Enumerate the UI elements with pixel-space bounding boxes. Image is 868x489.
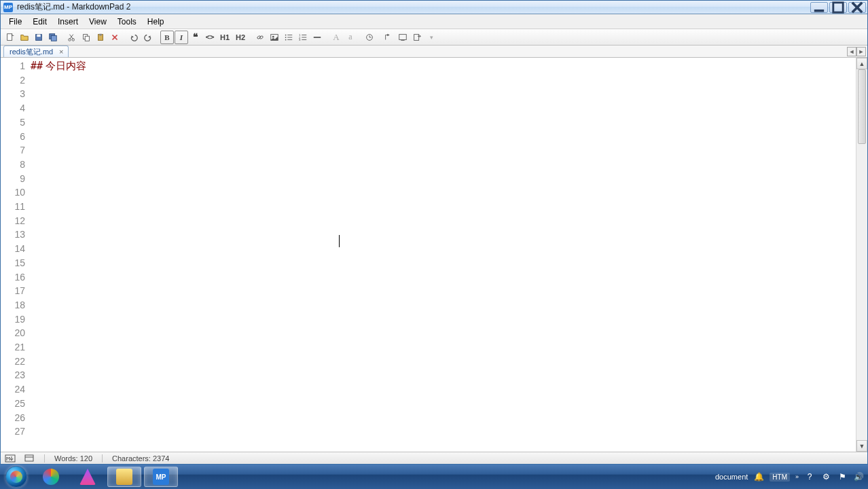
- menu-view[interactable]: View: [84, 16, 112, 28]
- more-button[interactable]: ▾: [424, 31, 438, 44]
- tray-settings-icon[interactable]: ⚙: [820, 471, 831, 482]
- taskbar-explorer[interactable]: [107, 467, 141, 487]
- document-tab[interactable]: redis笔记.md ×: [3, 46, 69, 57]
- h1-button[interactable]: H1: [217, 31, 232, 44]
- line-number: 12: [1, 214, 25, 228]
- markdown-heading-marker: ##: [31, 60, 43, 72]
- menu-file[interactable]: File: [3, 16, 27, 28]
- svg-point-27: [285, 39, 287, 40]
- line-number: 22: [1, 355, 25, 369]
- svg-rect-41: [414, 34, 419, 40]
- vertical-scrollbar[interactable]: ▲ ▼: [856, 58, 867, 452]
- tab-prev-button[interactable]: ◄: [847, 47, 856, 56]
- delete-button[interactable]: [108, 31, 122, 44]
- scroll-down-button[interactable]: ▼: [856, 440, 867, 452]
- system-tray: document 🔔 HTM » ? ⚙ ⚑ 🔊: [715, 471, 868, 482]
- menu-help[interactable]: Help: [142, 16, 170, 28]
- markdown-mode-icon[interactable]: [5, 454, 16, 463]
- status-characters: Characters: 2374: [112, 454, 169, 463]
- tray-document-label: document: [715, 473, 748, 481]
- image-button[interactable]: [268, 31, 281, 44]
- paste-button[interactable]: [94, 31, 107, 44]
- line-number: 5: [1, 115, 25, 130]
- tray-expand-icon[interactable]: »: [795, 473, 799, 480]
- line-number: 10: [1, 185, 25, 200]
- unordered-list-button[interactable]: [282, 31, 295, 44]
- new-file-button[interactable]: [3, 31, 17, 44]
- lowercase-button[interactable]: a: [344, 31, 357, 44]
- h2-button[interactable]: H2: [233, 31, 248, 44]
- save-button[interactable]: [32, 31, 46, 44]
- save-all-button[interactable]: [46, 31, 60, 44]
- ordered-list-button[interactable]: 123: [296, 31, 310, 44]
- titlebar: MP redis笔记.md - MarkdownPad 2: [1, 1, 867, 14]
- line-number: 1: [1, 59, 25, 73]
- line-number: 9: [1, 172, 25, 186]
- line-number: 13: [1, 228, 25, 242]
- svg-rect-6: [37, 34, 40, 37]
- quote-button[interactable]: ❝: [189, 31, 202, 44]
- tray-help-icon[interactable]: ?: [804, 471, 815, 482]
- tab-nav: ◄ ►: [847, 47, 866, 56]
- bold-button[interactable]: B: [160, 31, 174, 44]
- line-number: 3: [1, 87, 25, 101]
- line-number: 20: [1, 326, 25, 340]
- uppercase-button[interactable]: A: [329, 31, 343, 44]
- line-number: 11: [1, 200, 25, 214]
- scroll-track[interactable]: [856, 69, 867, 440]
- svg-rect-14: [85, 36, 89, 41]
- tray-volume-icon[interactable]: 🔊: [853, 471, 864, 482]
- menu-insert[interactable]: Insert: [52, 16, 84, 28]
- status-words: Words: 120: [54, 454, 92, 463]
- tab-next-button[interactable]: ►: [856, 47, 866, 56]
- line-number: 19: [1, 312, 25, 327]
- line-number-gutter: 1 2 3 4 5 6 7 8 9 10 11 12 13 14 15 16 1…: [1, 58, 28, 452]
- close-button[interactable]: [848, 2, 866, 13]
- tray-notification-icon[interactable]: 🔔: [753, 471, 764, 482]
- redo-button[interactable]: [141, 31, 155, 44]
- line-number: 25: [1, 397, 25, 411]
- copy-button[interactable]: [79, 31, 93, 44]
- hr-button[interactable]: [310, 31, 324, 44]
- app-icon: MP: [3, 3, 13, 12]
- tab-label: redis笔记.md: [10, 47, 53, 57]
- tab-close-button[interactable]: ×: [57, 48, 65, 56]
- code-button[interactable]: <>: [203, 31, 217, 44]
- scroll-thumb[interactable]: [858, 69, 866, 144]
- app-window: MP redis笔记.md - MarkdownPad 2 File Edit …: [0, 0, 868, 465]
- export-button[interactable]: [410, 31, 424, 44]
- link-button[interactable]: [253, 31, 267, 44]
- preview-mode-icon[interactable]: [24, 454, 35, 463]
- line-number: 26: [1, 411, 25, 425]
- scroll-up-button[interactable]: ▲: [856, 58, 867, 69]
- minimize-button[interactable]: [810, 2, 828, 13]
- undo-button[interactable]: [127, 31, 141, 44]
- taskbar-markdownpad[interactable]: MP: [144, 467, 178, 487]
- taskbar-app-1[interactable]: [34, 467, 68, 487]
- line-number: 15: [1, 256, 25, 270]
- timestamp-button[interactable]: [363, 31, 376, 44]
- tray-action-center-icon[interactable]: ⚑: [837, 471, 848, 482]
- menu-tools[interactable]: Tools: [112, 16, 142, 28]
- preview-toggle-button[interactable]: [382, 31, 395, 44]
- italic-button[interactable]: I: [175, 31, 188, 44]
- text-editor[interactable]: ## 今日内容: [28, 58, 856, 452]
- line-number: 6: [1, 130, 25, 144]
- language-indicator[interactable]: HTM: [770, 473, 790, 482]
- editor-line: ## 今日内容: [31, 59, 856, 73]
- maximize-button[interactable]: [829, 2, 847, 13]
- taskbar: MP document 🔔 HTM » ? ⚙ ⚑ 🔊: [0, 465, 868, 489]
- open-file-button[interactable]: [18, 31, 31, 44]
- taskbar-app-2[interactable]: [71, 467, 105, 487]
- statusbar: Words: 120 Characters: 2374: [1, 452, 867, 464]
- cut-button[interactable]: [65, 31, 79, 44]
- menu-edit[interactable]: Edit: [27, 16, 52, 28]
- line-number: 16: [1, 270, 25, 285]
- line-number: 21: [1, 340, 25, 355]
- tabstrip: redis笔记.md × ◄ ►: [1, 46, 867, 58]
- start-button[interactable]: [0, 465, 33, 489]
- svg-rect-16: [99, 33, 102, 35]
- live-preview-button[interactable]: [396, 31, 410, 44]
- menubar: File Edit Insert View Tools Help: [1, 14, 867, 29]
- windows-orb-icon: [5, 466, 27, 488]
